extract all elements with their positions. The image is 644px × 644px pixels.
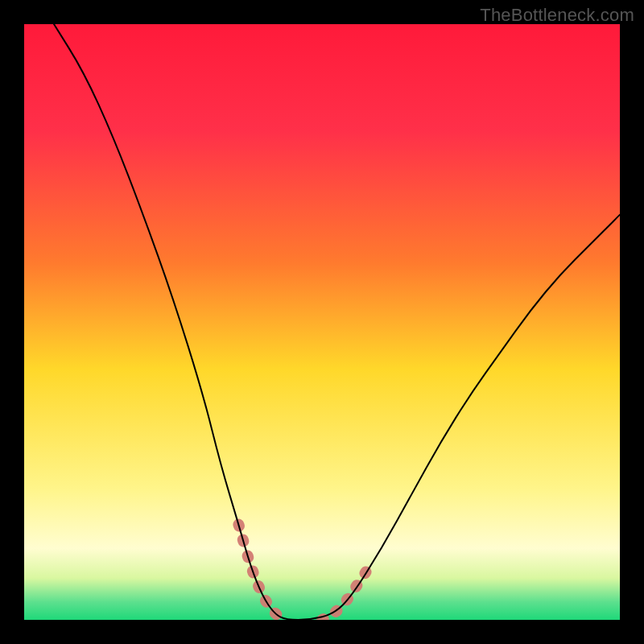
chart-background (24, 24, 620, 620)
plot-area (24, 24, 620, 620)
chart-frame: TheBottleneck.com (0, 0, 644, 644)
chart-svg (24, 24, 620, 620)
watermark-label: TheBottleneck.com (480, 5, 634, 26)
